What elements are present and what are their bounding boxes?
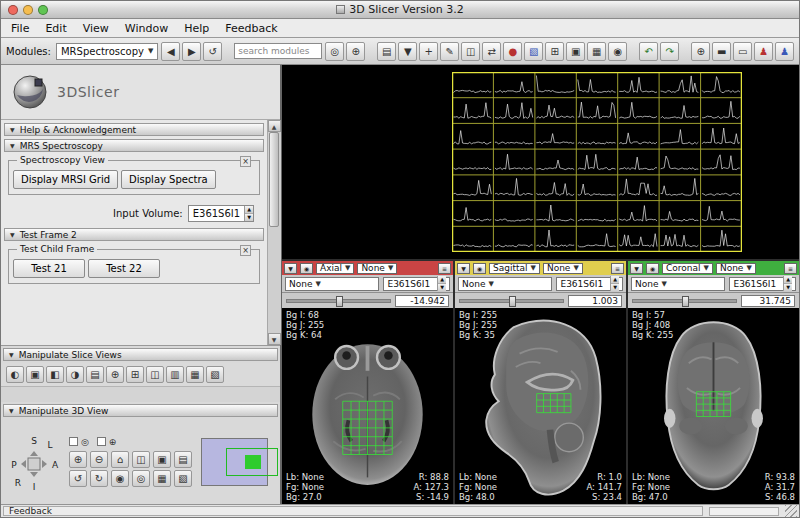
slice-offset-slider[interactable] xyxy=(459,299,564,303)
layout-yellow-only-icon[interactable]: ▥ xyxy=(166,366,184,383)
menu-edit[interactable]: Edit xyxy=(45,22,66,35)
module-scrollbar[interactable]: ▲ ▼ xyxy=(267,120,280,345)
scrollbar-thumb[interactable] xyxy=(269,132,279,227)
menu-window[interactable]: Window xyxy=(125,22,168,35)
spin-3d-icon[interactable]: ◉ xyxy=(111,470,129,487)
rotate-right-3d-icon[interactable]: ↻ xyxy=(90,470,108,487)
menu-file[interactable]: File xyxy=(11,22,29,35)
display-mrsi-grid-button[interactable]: Display MRSI Grid xyxy=(13,170,118,189)
foreground-select[interactable]: None▼ xyxy=(716,263,756,274)
user-account-icon[interactable]: ♟ xyxy=(775,42,794,61)
display-spectra-button[interactable]: Display Spectra xyxy=(121,170,216,189)
slices-visibility-icon[interactable]: ◐ xyxy=(6,366,24,383)
scroll-up-icon[interactable]: ▲ xyxy=(268,120,281,132)
background-volume-select[interactable]: E361S6I1▲▼ xyxy=(729,277,796,291)
navigation-preview[interactable] xyxy=(201,438,268,486)
user-feedback-icon[interactable]: ♟ xyxy=(754,42,773,61)
slices-fg-bg-icon[interactable]: ◑ xyxy=(66,366,84,383)
spectroscopy-grid-panel[interactable] xyxy=(282,65,799,259)
background-volume-select[interactable]: E361S6I1▲▼ xyxy=(556,277,623,291)
colors-icon[interactable]: ▧ xyxy=(524,42,543,61)
slice-image-axial[interactable]: Bg I: 68Bg J: 255Bg K: 64Lb: NoneFg: Non… xyxy=(282,308,453,504)
slider-thumb[interactable] xyxy=(336,296,343,307)
pin-icon[interactable]: ▼ xyxy=(630,263,643,274)
input-volume-select[interactable]: E361S6I1 ▲▼ xyxy=(188,205,254,222)
screenshot-3d-icon[interactable]: ▦ xyxy=(153,470,171,487)
slice-image-sagittal[interactable]: Bg I: 255Bg J: 255Bg K: 35Lb: NoneFg: No… xyxy=(455,308,626,504)
pin-icon[interactable]: ▼ xyxy=(284,263,297,274)
test-21-button[interactable]: Test 21 xyxy=(13,259,85,278)
ruler-icon[interactable]: ▭ xyxy=(733,42,752,61)
slices-annotations-icon[interactable]: ▧ xyxy=(206,366,224,383)
layout-conventional-icon[interactable]: ⊞ xyxy=(545,42,564,61)
slice-image-coronal[interactable]: Bg I: 57Bg J: 408Bg K: 255Lb: NoneFg: No… xyxy=(628,308,799,504)
slices-fit-icon[interactable]: ▣ xyxy=(26,366,44,383)
fiducials-icon[interactable]: ● xyxy=(503,42,522,61)
viewer-menu-icon[interactable]: ≡ xyxy=(438,263,451,274)
slices-label-opacity-icon[interactable]: ◧ xyxy=(46,366,64,383)
checkbox[interactable] xyxy=(97,437,106,446)
foreground-select[interactable]: None▼ xyxy=(543,263,583,274)
menu-feedback[interactable]: Feedback xyxy=(225,22,277,35)
section-mrs-spectroscopy[interactable]: ▼ MRS Spectroscopy xyxy=(4,139,264,152)
view-axis-compass[interactable]: SPAIRL xyxy=(7,432,61,492)
search-by-category-icon[interactable]: ⊕ xyxy=(346,42,365,61)
orientation-select[interactable]: Coronal▼ xyxy=(662,263,713,274)
slice-offset-slider[interactable] xyxy=(286,299,391,303)
stereo-3d-icon[interactable]: ◫ xyxy=(132,451,150,468)
crosshair-icon[interactable]: ⊕ xyxy=(691,42,710,61)
transforms-icon[interactable]: ⇄ xyxy=(482,42,501,61)
previous-module-icon[interactable]: ◀ xyxy=(161,42,180,61)
next-module-icon[interactable]: ▶ xyxy=(182,42,201,61)
section-test-frame-2[interactable]: ▼ Test Frame 2 xyxy=(4,228,264,241)
slice-offset-value[interactable]: 31.745 xyxy=(741,295,795,307)
minimize-window-button[interactable] xyxy=(23,5,33,15)
scroll-down-icon[interactable]: ▼ xyxy=(268,333,281,345)
test-22-button[interactable]: Test 22 xyxy=(88,259,160,278)
close-icon[interactable]: × xyxy=(240,156,251,167)
orientation-select[interactable]: Sagittal▼ xyxy=(489,263,540,274)
orthographic-3d-icon[interactable]: ▣ xyxy=(153,451,171,468)
label-layer-select[interactable]: None▼ xyxy=(285,277,379,291)
screenshot-icon[interactable]: ◉ xyxy=(608,42,627,61)
search-modules-input[interactable] xyxy=(234,43,322,59)
layout-3d-only-icon[interactable]: ▣ xyxy=(566,42,585,61)
pin-icon[interactable]: ▼ xyxy=(457,263,470,274)
slider-thumb[interactable] xyxy=(682,296,689,307)
zoom-out-3d-icon[interactable]: ⊖ xyxy=(90,451,108,468)
menu-help[interactable]: Help xyxy=(184,22,209,35)
axis-labels-3d-icon[interactable]: ▤ xyxy=(174,451,192,468)
section-help-acknowledgement[interactable]: ▼ Help & Acknowledgement xyxy=(4,123,264,136)
measurements-icon[interactable]: ◫ xyxy=(461,42,480,61)
zoom-mode-checkbox[interactable]: ◎ xyxy=(69,437,89,447)
modules-combobox[interactable]: MRSpectroscopy ▼ xyxy=(56,43,158,60)
module-history-icon[interactable]: ↺ xyxy=(203,42,222,61)
close-icon[interactable]: × xyxy=(240,245,251,256)
spinner-icons[interactable]: ▲▼ xyxy=(244,206,253,221)
visibility-eye-icon[interactable]: ◉ xyxy=(646,263,659,274)
search-modules-icon[interactable]: ◎ xyxy=(325,42,344,61)
section-manipulate-3d-view[interactable]: ▼ Manipulate 3D View xyxy=(3,404,278,417)
slider-thumb[interactable] xyxy=(509,296,516,307)
slices-crosshair-icon[interactable]: ⊕ xyxy=(106,366,124,383)
background-color-3d-icon[interactable]: ▧ xyxy=(174,470,192,487)
section-manipulate-slice-views[interactable]: ▼ Manipulate Slice Views xyxy=(3,348,278,361)
layout-compare-icon[interactable]: ⊞ xyxy=(126,366,144,383)
slices-interpolation-icon[interactable]: ▤ xyxy=(86,366,104,383)
label-layer-select[interactable]: None▼ xyxy=(631,277,725,291)
load-scene-icon[interactable]: ▤ xyxy=(377,42,396,61)
foreground-select[interactable]: None▼ xyxy=(357,263,397,274)
resize-grip[interactable] xyxy=(785,505,797,517)
label-layer-select[interactable]: None▼ xyxy=(458,277,552,291)
menu-view[interactable]: View xyxy=(83,22,109,35)
redo-icon[interactable]: ↷ xyxy=(660,42,679,61)
close-window-button[interactable] xyxy=(8,5,18,15)
scrollbar-track[interactable] xyxy=(268,132,281,333)
layout-red-only-icon[interactable]: ◫ xyxy=(146,366,164,383)
layout-fourup-icon[interactable]: ▦ xyxy=(587,42,606,61)
add-volume-icon[interactable]: + xyxy=(419,42,438,61)
editor-icon[interactable]: ✎ xyxy=(440,42,459,61)
layout-green-only-icon[interactable]: ▦ xyxy=(186,366,204,383)
slice-offset-value[interactable]: 1.003 xyxy=(568,295,622,307)
viewer-menu-icon[interactable]: ≡ xyxy=(611,263,624,274)
